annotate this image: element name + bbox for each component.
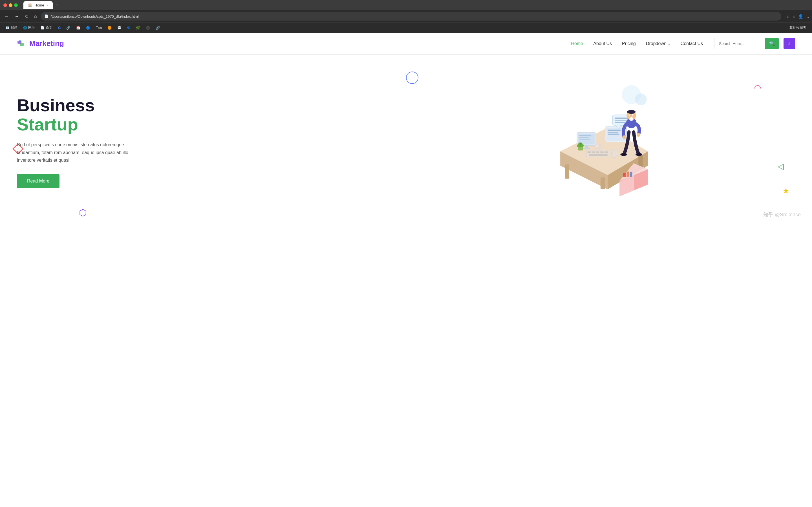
maximize-traffic-light[interactable] [14, 3, 18, 7]
svg-point-52 [594, 143, 602, 151]
collections-icon[interactable]: ☆ [792, 14, 796, 18]
profile-icon[interactable]: 👤 [798, 14, 803, 18]
black-icon: ⚫ [146, 26, 150, 30]
svg-rect-18 [608, 132, 618, 133]
tab-close-button[interactable]: × [47, 3, 48, 7]
svg-rect-10 [579, 135, 591, 136]
bookmark-circle[interactable]: 🔵 [84, 25, 93, 31]
logo[interactable]: Marketing [17, 39, 64, 49]
green-icon: 🌿 [136, 26, 140, 30]
svg-point-39 [627, 110, 636, 114]
reload-button[interactable]: ↻ [23, 13, 30, 20]
svg-rect-27 [596, 152, 599, 153]
calendar-icon: 📅 [76, 26, 80, 30]
bookmark-green[interactable]: 🌿 [134, 25, 142, 31]
bookmark-calendar[interactable]: 📅 [74, 25, 83, 31]
bookmark-web-label: 网址 [28, 25, 35, 30]
forward-button[interactable]: → [13, 13, 21, 20]
hero-image: ◁ ◠ ★ [406, 71, 795, 212]
search-button[interactable]: 🔍 [765, 38, 779, 49]
svg-point-53 [596, 145, 598, 147]
logo-text: Marketing [29, 39, 64, 48]
svg-rect-1 [20, 43, 24, 46]
svg-point-44 [622, 135, 626, 139]
logo-svg-icon [17, 39, 27, 49]
traffic-lights [3, 3, 18, 7]
bookmark-chat[interactable]: 💬 [115, 25, 124, 31]
hexagon-shape: ⬡ [79, 207, 87, 218]
bookmark-tab[interactable]: Tab [94, 25, 104, 31]
svg-point-36 [580, 144, 584, 147]
address-actions: ☆ ☆ 👤 … [786, 14, 809, 18]
web-icon: 🌐 [23, 26, 27, 30]
favorite-icon[interactable]: ☆ [786, 14, 790, 18]
other-bookmarks-label: 其他收藏夹 [790, 25, 806, 30]
zhihu-icon: 知 [127, 25, 130, 30]
svg-rect-22 [615, 120, 627, 121]
bookmark-g[interactable]: G [56, 25, 63, 31]
svg-rect-5 [565, 165, 569, 179]
new-tab-button[interactable]: + [54, 2, 60, 8]
link1-icon: 🔗 [66, 26, 70, 30]
orange-icon: 🟠 [107, 26, 112, 30]
close-traffic-light[interactable] [3, 3, 7, 7]
hero-title-line2: Startup [17, 115, 406, 134]
address-bar[interactable]: 📄 /Users/smilence/Downloads/cpts_1970_df… [41, 12, 781, 20]
desk-illustration [541, 80, 660, 204]
back-button[interactable]: ← [3, 13, 11, 20]
profile-download-button[interactable]: ⇩ [783, 38, 795, 49]
svg-rect-49 [623, 173, 626, 177]
bookmark-black[interactable]: ⚫ [144, 25, 152, 31]
bookmark-other[interactable]: 其他收藏夹 [787, 24, 809, 31]
bookmark-mail[interactable]: 📧 邮箱 [3, 24, 20, 31]
read-more-button[interactable]: Read More [17, 174, 59, 188]
svg-rect-14 [583, 148, 590, 149]
nav-contact[interactable]: Contact Us [680, 41, 703, 46]
svg-point-35 [577, 144, 580, 148]
svg-rect-28 [600, 152, 604, 153]
google-icon: G [58, 26, 61, 30]
bookmark-mail-label: 邮箱 [11, 25, 17, 30]
lock-icon: 📄 [44, 14, 49, 18]
watermark: 知乎 @Smilence [763, 211, 801, 218]
search-input[interactable] [714, 39, 765, 49]
svg-point-42 [630, 115, 631, 116]
bookmark-link2[interactable]: 🔗 [153, 25, 162, 31]
hero-illustration-svg [541, 80, 660, 204]
more-button[interactable]: … [805, 14, 809, 18]
active-tab[interactable]: 🏠 Home × [23, 1, 53, 9]
home-button[interactable]: ⌂ [33, 13, 39, 20]
svg-point-45 [637, 133, 640, 136]
bookmarks-bar: 📧 邮箱 🌐 网址 📄 论文 G 🔗 📅 🔵 Tab 🟠 💬 [0, 22, 812, 33]
svg-point-47 [636, 153, 642, 156]
bookmark-orange[interactable]: 🟠 [105, 25, 114, 31]
nav-home[interactable]: Home [571, 41, 583, 46]
svg-rect-13 [585, 146, 588, 148]
svg-rect-50 [626, 172, 629, 177]
minimize-traffic-light[interactable] [9, 3, 12, 7]
svg-rect-2 [18, 40, 21, 43]
paper-icon: 📄 [41, 26, 45, 30]
bookmark-paper[interactable]: 📄 论文 [38, 24, 55, 31]
nav-about[interactable]: About Us [593, 41, 612, 46]
link2-icon: 🔗 [156, 26, 160, 30]
website-content: Marketing Home About Us Pricing Dropdown… [0, 33, 812, 224]
spiral-shape: ◠ [754, 83, 761, 93]
svg-rect-25 [588, 152, 591, 153]
svg-rect-7 [601, 177, 605, 189]
nav-dropdown[interactable]: Dropdown ⌄ [646, 41, 670, 46]
bookmark-web[interactable]: 🌐 网址 [21, 24, 37, 31]
tab-icon: 🏠 [28, 3, 32, 7]
bookmark-zhihu[interactable]: 知 [125, 24, 133, 31]
nav-pricing[interactable]: Pricing [622, 41, 636, 46]
svg-point-4 [635, 94, 647, 105]
dropdown-label: Dropdown [646, 41, 666, 46]
browser-tabs: 🏠 Home × + [23, 1, 60, 9]
tab-title: Home [35, 3, 44, 7]
chat-icon: 💬 [117, 26, 121, 30]
svg-rect-11 [579, 137, 589, 138]
star-shape: ★ [782, 186, 790, 195]
bookmark-link1[interactable]: 🔗 [64, 25, 73, 31]
circle-icon: 🔵 [86, 26, 90, 30]
svg-rect-51 [629, 172, 632, 177]
